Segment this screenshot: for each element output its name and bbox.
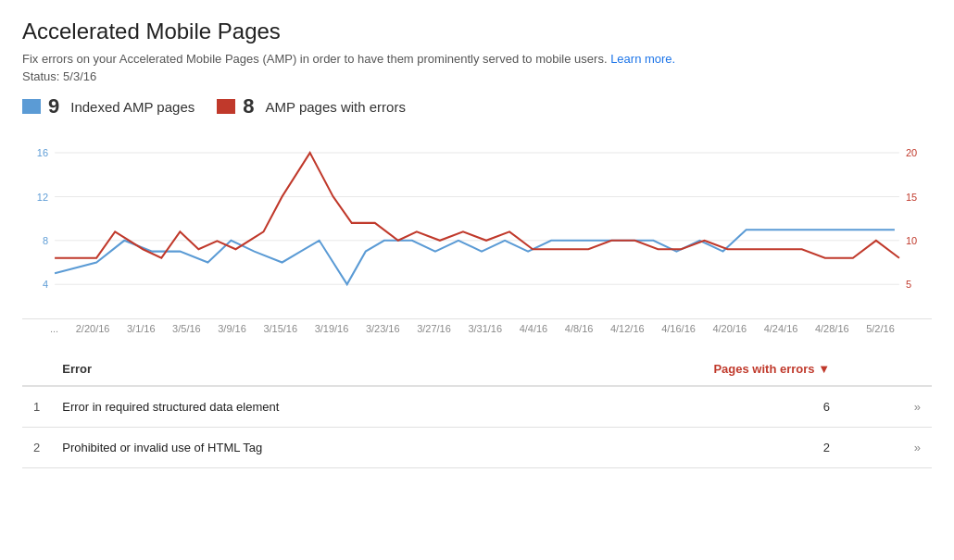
x-label-12: 4/12/16 bbox=[610, 323, 645, 334]
svg-text:5: 5 bbox=[906, 279, 911, 290]
row-pages-0: 6 bbox=[523, 386, 885, 428]
learn-more-link[interactable]: Learn more. bbox=[610, 52, 675, 66]
row-error-0: Error in required structured data elemen… bbox=[51, 386, 523, 428]
legend-errors-color bbox=[217, 99, 235, 114]
legend-errors-count: 8 bbox=[243, 94, 254, 118]
svg-text:15: 15 bbox=[906, 191, 917, 202]
x-label-5: 3/15/16 bbox=[263, 323, 297, 334]
x-label-7: 3/23/16 bbox=[366, 323, 400, 334]
errors-table: Error Pages with errors ▼ 1 Error in req… bbox=[22, 353, 932, 468]
status-text: Status: 5/3/16 bbox=[22, 69, 932, 83]
x-axis: ... 2/20/16 3/1/16 3/5/16 3/9/16 3/15/16… bbox=[22, 318, 932, 338]
legend-indexed-label: Indexed AMP pages bbox=[70, 99, 195, 115]
col-pages-header: Pages with errors ▼ bbox=[523, 353, 885, 386]
red-chart-line bbox=[55, 153, 899, 258]
chart-legend: 9 Indexed AMP pages 8 AMP pages with err… bbox=[22, 94, 932, 118]
legend-errors-label: AMP pages with errors bbox=[266, 99, 406, 115]
chart-container: 16 12 8 4 20 15 10 5 bbox=[22, 133, 932, 318]
row-num-0: 1 bbox=[22, 386, 51, 428]
legend-indexed-color bbox=[22, 99, 41, 114]
legend-errors: 8 AMP pages with errors bbox=[217, 94, 406, 118]
col-arrow-header bbox=[885, 353, 932, 386]
x-label-15: 4/24/16 bbox=[764, 323, 798, 334]
svg-text:8: 8 bbox=[43, 235, 48, 246]
x-label-14: 4/20/16 bbox=[712, 323, 747, 334]
table-row[interactable]: 1 Error in required structured data elem… bbox=[22, 386, 932, 428]
chevron-right-icon: » bbox=[914, 400, 921, 414]
col-error-header: Error bbox=[51, 353, 523, 386]
page-description: Fix errors on your Accelerated Mobile Pa… bbox=[22, 52, 932, 66]
chevron-right-icon: » bbox=[914, 441, 921, 454]
x-label-6: 3/19/16 bbox=[315, 323, 349, 334]
blue-chart-line bbox=[55, 230, 895, 284]
x-label-13: 4/16/16 bbox=[661, 323, 696, 334]
x-label-3: 3/5/16 bbox=[172, 323, 201, 334]
row-arrow-0[interactable]: » bbox=[885, 386, 932, 428]
row-arrow-1[interactable]: » bbox=[885, 428, 932, 468]
col-num-header bbox=[22, 353, 51, 386]
legend-indexed: 9 Indexed AMP pages bbox=[22, 94, 195, 118]
legend-indexed-count: 9 bbox=[48, 94, 59, 118]
svg-text:16: 16 bbox=[37, 147, 48, 158]
page-title: Accelerated Mobile Pages bbox=[22, 19, 932, 44]
chart-svg: 16 12 8 4 20 15 10 5 bbox=[22, 133, 932, 318]
x-label-16: 4/28/16 bbox=[815, 323, 849, 334]
row-error-1: Prohibited or invalid use of HTML Tag bbox=[51, 428, 523, 468]
row-pages-1: 2 bbox=[523, 428, 885, 468]
svg-text:12: 12 bbox=[37, 191, 48, 202]
x-label-0: ... bbox=[50, 323, 58, 334]
x-label-17: 5/2/16 bbox=[866, 323, 895, 334]
svg-text:4: 4 bbox=[43, 279, 48, 290]
x-label-11: 4/8/16 bbox=[565, 323, 594, 334]
svg-text:10: 10 bbox=[906, 235, 917, 246]
x-label-10: 4/4/16 bbox=[520, 323, 548, 334]
row-num-1: 2 bbox=[22, 428, 51, 468]
table-row[interactable]: 2 Prohibited or invalid use of HTML Tag … bbox=[22, 428, 932, 468]
x-label-4: 3/9/16 bbox=[218, 323, 246, 334]
x-label-1: 2/20/16 bbox=[76, 323, 110, 334]
x-label-9: 3/31/16 bbox=[468, 323, 502, 334]
svg-text:20: 20 bbox=[906, 147, 917, 158]
x-label-8: 3/27/16 bbox=[417, 323, 451, 334]
x-label-2: 3/1/16 bbox=[127, 323, 156, 334]
